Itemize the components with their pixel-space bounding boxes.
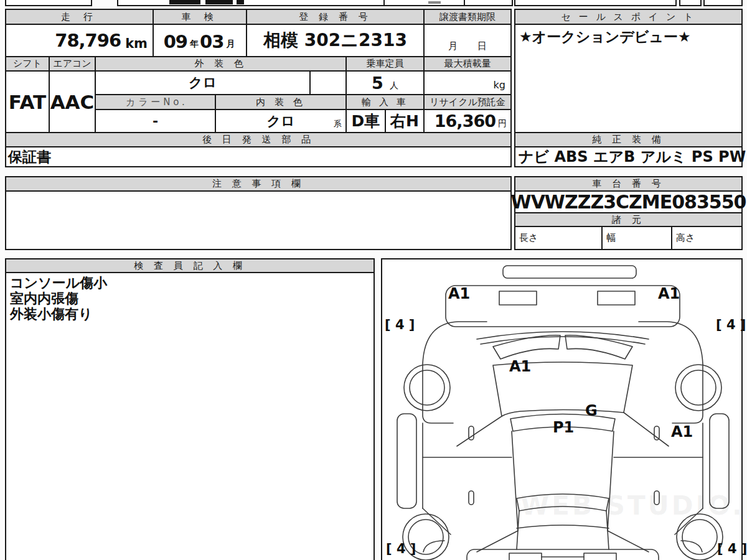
cropped-row-cell: [464, 0, 513, 6]
later-parts-header: 後 日 発 送 部 品: [5, 132, 512, 147]
interior-color-value: クロ 系: [215, 109, 347, 133]
watermark: WEB STUDIO.PRO: [520, 490, 747, 521]
dimension-height-cell: 高さ: [671, 226, 743, 250]
damage-mark-roof: P1: [553, 419, 574, 436]
cropped-row-cell: [514, 0, 677, 6]
max-load-value: kg: [423, 70, 512, 95]
inspector-notes-header: 検 査 員 記 入 欄: [5, 258, 375, 273]
registration-value: 相模 302ニ2313: [246, 24, 425, 57]
tire-depth-rear-right: [ 4 ]: [717, 541, 747, 556]
import-car-value-left: D車: [345, 109, 386, 133]
aircon-value: AAC: [49, 70, 96, 133]
inspector-note-line: コンソール傷小: [10, 275, 107, 291]
shift-header: シフト: [5, 56, 50, 72]
passenger-capacity-header: 乗車定員: [345, 56, 425, 72]
interior-color-header: 内 装 色: [215, 94, 347, 110]
passenger-capacity-value: 5 人: [345, 70, 425, 95]
import-car-header: 輸 入 車: [345, 94, 425, 110]
shift-value: FAT: [5, 70, 50, 133]
cropped-text-fragment: [169, 0, 200, 4]
registration-header: 登 録 番 号: [246, 9, 425, 25]
exterior-color-value: クロ: [95, 70, 311, 95]
transfer-deadline-value: 月 日: [423, 24, 512, 57]
cropped-row-cell: [383, 0, 465, 6]
mileage-header: 走 行: [5, 9, 154, 25]
inspection-value: 09 年 03 月: [153, 24, 247, 57]
damage-mark-front-bumper-left: A1: [448, 285, 470, 302]
cropped-row-cell: [703, 0, 743, 6]
cropped-text-fragment: [205, 0, 233, 4]
genuine-equipment-header: 純 正 装 備: [514, 132, 743, 147]
later-parts-value: 保証書: [5, 146, 512, 167]
sales-point-value: ★オークションデビュー★: [514, 24, 743, 133]
color-no-value: -: [95, 109, 216, 133]
inspector-notes-body: コンソール傷小 室内内張傷 外装小傷有り: [5, 272, 375, 560]
cropped-text-fragment: [237, 0, 244, 4]
inspection-header: 車 検: [153, 9, 247, 25]
tire-depth-front-right: [ 4 ]: [716, 317, 746, 332]
cropped-text-fragment: [428, 1, 441, 4]
cropped-row-cell: [117, 0, 385, 6]
damage-mark-hood: A1: [509, 358, 531, 375]
cropped-row-cell: [679, 0, 702, 6]
recycle-deposit-value: 16,360 円: [423, 109, 512, 133]
exterior-color-header: 外 装 色: [95, 56, 347, 72]
damage-mark-right-rear-door: A1: [671, 423, 693, 441]
damage-mark-front-bumper-right: A1: [658, 285, 680, 302]
dimension-width-cell: 幅: [601, 226, 672, 250]
color-no-header: カ ラ ー N o .: [95, 94, 216, 110]
recycle-deposit-header: リサイクル預託金: [423, 94, 512, 110]
chassis-number-header: 車 台 番 号: [514, 176, 743, 192]
inspector-note-line: 室内内張傷: [10, 291, 78, 306]
transfer-deadline-header: 譲渡書類期限: [423, 9, 512, 25]
cropped-row-cell: [5, 0, 92, 6]
dimension-length-cell: 長さ: [514, 226, 603, 250]
max-load-header: 最大積載量: [423, 56, 512, 72]
inspector-note-line: 外装小傷有り: [10, 306, 93, 322]
aircon-header: エアコン: [49, 56, 96, 72]
import-car-value-right: 右H: [385, 109, 425, 133]
sales-point-header: セ ー ル ス ポ イ ン ト: [514, 9, 743, 25]
tire-depth-front-left: [ 4 ]: [385, 317, 415, 332]
notes-body: [5, 190, 512, 250]
mileage-value: 78,796 km: [5, 24, 154, 57]
auction-sheet: 走 行 車 検 登 録 番 号 譲渡書類期限 78,796 km 09 年 03…: [0, 0, 747, 560]
damage-mark-windshield: G: [585, 402, 598, 419]
notes-header: 注 意 事 項 欄: [5, 176, 512, 192]
chassis-number-value: WVWZZZ3CZME083550: [514, 190, 743, 213]
genuine-equipment-value: ナビ ABS エアB アルミ PS PW: [514, 146, 743, 167]
tire-depth-rear-left: [ 4 ]: [386, 541, 416, 556]
dimensions-header: 諸 元: [514, 212, 743, 227]
exterior-color-suffix-cell: [309, 70, 347, 95]
